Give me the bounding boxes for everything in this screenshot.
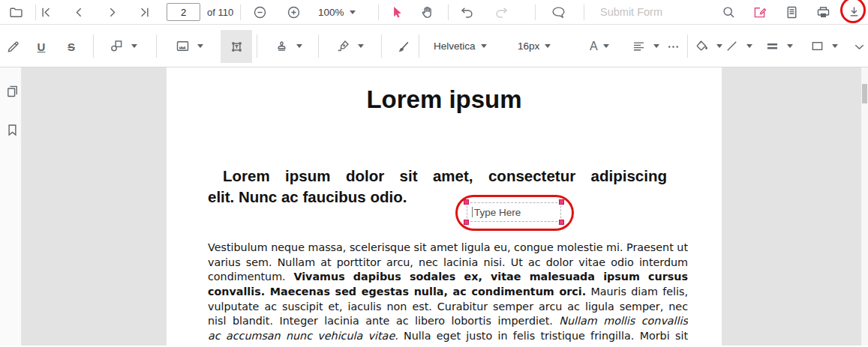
document-canvas: Lorem ipsum Lorem ipsum dolor sit amet, … [0,67,868,346]
strikethrough-icon[interactable]: S [62,37,81,56]
pencil-icon[interactable] [3,37,23,56]
divider [257,34,257,58]
chevron-down-icon [603,44,609,48]
hand-tool-icon[interactable] [417,2,437,22]
signature-icon [333,37,353,56]
last-page-icon[interactable] [134,2,154,22]
chevron-down-icon [296,44,302,48]
signature-tool[interactable] [333,25,364,67]
textbox-icon[interactable] [227,37,246,56]
chevron-down-icon [131,44,137,48]
divider [378,4,379,20]
text-cursor [472,207,473,217]
image-icon [173,37,192,56]
resize-handle-bottom-left[interactable] [464,220,469,225]
divider [93,34,94,58]
chevron-down-icon [481,44,487,48]
scrollbar-thumb[interactable] [862,84,867,103]
zoom-level-select[interactable]: 100% [318,0,356,25]
font-size-value: 16px [518,40,539,52]
divider [381,34,382,58]
font-size-select[interactable]: 16px [518,25,551,67]
chevron-down-icon [350,10,356,14]
divider [535,4,536,20]
chevron-down-icon [746,44,752,48]
type-here-field[interactable]: Type Here [467,202,561,222]
resize-handle-top-right[interactable] [559,199,564,205]
brush-icon[interactable] [393,37,413,56]
paragraph-line: nisl blandit. Integer lacinia ante ac li… [208,314,688,329]
page-total-label: of 110 [207,0,233,25]
document-icon[interactable] [782,2,801,22]
submit-form-button[interactable]: Submit Form [600,0,662,25]
font-family-value: Helvetica [434,40,476,52]
underline-label: U [38,40,46,53]
pattern-tool[interactable] [807,25,838,67]
line-weight-icon [762,37,782,56]
left-rail [0,67,22,346]
line-weight-tool[interactable] [762,25,793,67]
page-number-input[interactable] [167,3,200,21]
paragraph-line: ac accumsan nunc vehicula vitae. Nulla e… [208,329,688,344]
pattern-icon [807,37,827,56]
heading-line-1: Lorem ipsum dolor sit amet, consectetur … [223,166,667,187]
vertical-scrollbar[interactable] [861,67,868,346]
download-icon[interactable] [844,2,863,22]
chevron-down-icon [358,44,364,48]
bookmark-icon[interactable] [2,120,22,139]
previous-page-icon[interactable] [69,2,89,22]
shapes-tool[interactable] [107,25,137,67]
undo-icon[interactable] [457,2,476,22]
divider [687,34,688,58]
zoom-out-icon[interactable] [250,2,269,22]
first-page-icon[interactable] [36,2,56,22]
document-page[interactable]: Lorem ipsum Lorem ipsum dolor sit amet, … [167,67,722,346]
resize-handle-top-left[interactable] [464,199,469,205]
print-icon[interactable] [813,2,833,22]
document-title: Lorem ipsum [167,85,722,114]
fill-color-icon [692,37,711,56]
stamp-tool[interactable] [272,25,302,67]
chevron-down-icon [832,44,838,48]
divider [240,4,241,20]
align-icon [629,37,648,56]
underline-icon[interactable]: U [32,37,51,56]
format-toolbar: U S Helvetica [0,25,868,67]
line-tool[interactable] [722,25,752,67]
strikethrough-label: S [68,40,75,53]
expand-icon[interactable] [849,37,868,56]
form-edit-icon[interactable] [749,2,769,22]
more-icon[interactable] [663,37,683,56]
redo-icon[interactable] [491,2,511,22]
font-color-icon: A [590,40,598,53]
select-cursor-icon[interactable] [387,2,407,22]
divider [584,4,584,20]
paragraph-line: Vestibulum neque massa, scelerisque sit … [208,241,688,256]
font-family-select[interactable]: Helvetica [434,25,487,67]
top-toolbar: of 110 100% Submit Form [0,0,868,25]
align-tool[interactable] [629,25,659,67]
next-page-icon[interactable] [102,2,122,22]
zoom-in-icon[interactable] [284,2,303,22]
body-paragraph: Vestibulum neque massa, scelerisque sit … [208,241,688,344]
paragraph-line: varius sem. Nullam at porttitor arcu, ne… [208,256,688,271]
divider [156,34,157,58]
chevron-down-icon [787,44,793,48]
heading-line-2: elit. Nunc ac faucibus odio. [208,187,688,208]
folder-icon[interactable] [6,2,26,22]
zoom-level-value: 100% [318,7,344,18]
divider [318,34,319,58]
chevron-down-icon [197,44,203,48]
pages-copy-icon[interactable] [2,81,22,100]
type-here-placeholder: Type Here [474,207,521,218]
search-icon[interactable] [719,2,738,22]
font-color-tool[interactable]: A [590,25,609,67]
line-icon [722,37,741,56]
comment-icon[interactable] [548,2,568,22]
resize-handle-bottom-right[interactable] [559,220,564,225]
image-tool[interactable] [173,25,203,67]
chevron-down-icon [545,44,551,48]
paragraph-line: vulputate ac suscipit et, iaculis non es… [208,300,688,315]
document-heading: Lorem ipsum dolor sit amet, consectetur … [208,166,688,207]
fill-color-tool[interactable] [692,25,722,67]
